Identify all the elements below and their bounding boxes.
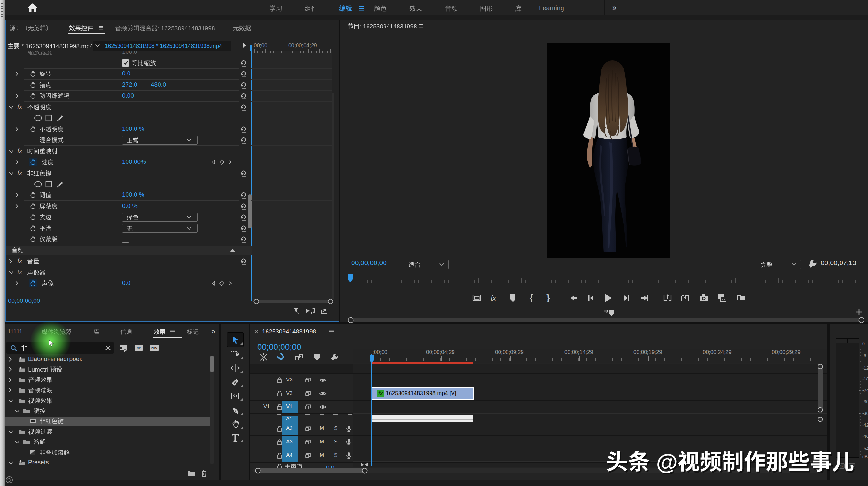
svg-text:YUV: YUV (151, 346, 157, 350)
svg-text:32: 32 (137, 346, 141, 350)
